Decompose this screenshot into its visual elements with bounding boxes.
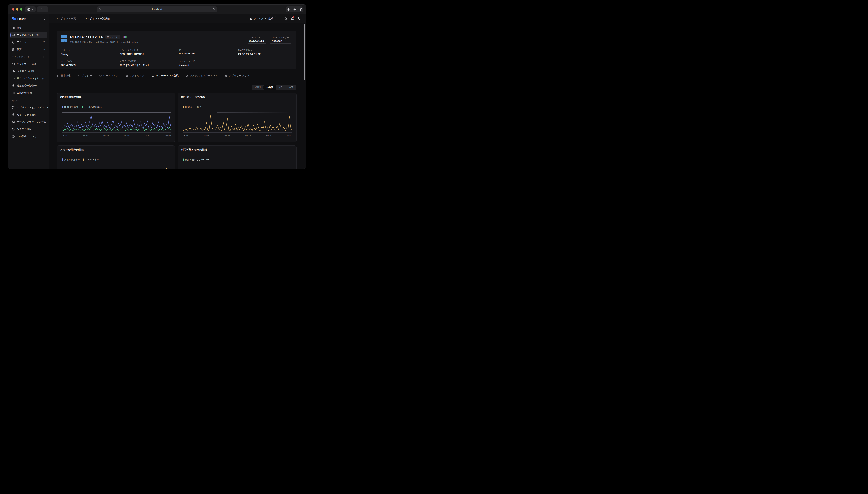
reader-icon[interactable] <box>99 8 102 11</box>
sidebar-item-leak-tracking[interactable]: 情報漏えい追跡 <box>10 68 47 74</box>
document-icon <box>57 74 59 77</box>
new-tab-icon[interactable] <box>293 8 296 11</box>
tab-overview-icon[interactable] <box>299 8 302 11</box>
sidebar-item-transparent-encryption[interactable]: 透過型暗号化/復号 <box>10 83 47 89</box>
range-1h[interactable]: 1時間 <box>252 85 263 90</box>
search-button[interactable] <box>282 15 289 22</box>
sidebar-icon <box>27 8 31 11</box>
page-header: エンドポイント一覧 › エンドポイント一覧詳細 クライアント生成 <box>49 14 306 23</box>
bell-icon <box>12 41 15 44</box>
legend-item[interactable]: カーネル使用率% <box>82 106 101 109</box>
app-box-icon <box>225 74 227 77</box>
info-icon <box>12 135 15 138</box>
sidebar-toggle-button[interactable] <box>25 6 36 13</box>
app-header: Ping64 エンドポイント一覧 › エンドポイント一覧詳細 クライアント生成 <box>8 14 306 23</box>
add-quick-access-icon[interactable] <box>42 56 45 58</box>
legend-item[interactable]: CPU 使用率% <box>62 106 78 109</box>
sidebar-item-endpoints[interactable]: エンドポイント一覧 <box>10 32 47 38</box>
chip-icon <box>99 74 102 77</box>
generate-client-label: クライアント生成 <box>254 17 273 20</box>
sidebar-item-windows-update[interactable]: Windows 更新 <box>10 90 47 96</box>
sidebar-item-objects-templates[interactable]: オブジェクトとテンプレート <box>10 104 47 111</box>
field-login-user: ログインユーザー:Nsecsoft <box>179 60 238 67</box>
app-window-icon <box>12 63 15 66</box>
legend-item[interactable]: コミット率% <box>83 158 99 161</box>
account-button[interactable] <box>295 15 302 22</box>
sidebar-item-approvals[interactable]: 承認 24 <box>10 46 47 53</box>
range-24h[interactable]: 24時間 <box>263 85 276 90</box>
tab-applications[interactable]: アプリケーション <box>225 74 249 80</box>
status-badge: オフライン <box>105 35 120 39</box>
device-info-grid: グループ:Sheng エンドポイント名:DESKTOP-LH1V1FU IP:1… <box>61 49 292 67</box>
line-chart-plot[interactable] <box>183 165 292 169</box>
field-ip: IP:192.168.0.166 <box>179 49 238 56</box>
chart-title: 利用可能メモリの推移 <box>178 146 296 154</box>
legend-item[interactable]: CPU キュー長 个 <box>183 106 202 109</box>
components-icon <box>186 74 188 77</box>
close-window-button[interactable] <box>12 8 14 11</box>
clipboard-check-icon <box>12 48 15 51</box>
tab-performance-monitoring[interactable]: パフォーマンス監視 <box>152 74 179 80</box>
toolbar-right <box>286 6 303 13</box>
sidebar-item-software-assets[interactable]: ソフトウェア資産 <box>10 61 47 67</box>
sidebar-item-removable-storage[interactable]: リムーバブル ストレージ <box>10 75 47 81</box>
line-chart-plot[interactable] <box>62 113 171 133</box>
section-quick-access: クイックアクセス <box>10 56 47 59</box>
org-switcher-icon[interactable] <box>43 17 46 20</box>
brand-name: Ping64 <box>17 17 26 20</box>
chart-legend: メモリ使用率% コミット率% <box>62 157 175 162</box>
chart-card-memory-usage: メモリ使用率の推移 メモリ使用率% コミット率% 09:5711:5602:33… <box>57 145 175 169</box>
tab-hardware[interactable]: ハードウェア <box>99 74 118 80</box>
status-dots <box>122 35 127 39</box>
range-7d[interactable]: 7日 <box>276 85 285 90</box>
browser-window: localhost Ping64 エンドポイント一覧 › エンドポイント一覧詳細 <box>8 4 306 169</box>
windows-icon <box>12 92 15 94</box>
layers-icon <box>12 120 15 124</box>
sidebar-item-about[interactable]: この製品について <box>10 133 47 139</box>
legend-item[interactable]: 使用可能メモリ(MB) MB <box>183 158 209 161</box>
breadcrumb-separator: › <box>78 17 79 20</box>
sidebar-item-security-ops[interactable]: セキュリティ運用 <box>10 112 47 118</box>
range-30d[interactable]: 30日 <box>285 85 296 90</box>
person-icon <box>297 17 300 20</box>
alert-count-badge: 26 <box>42 41 45 43</box>
notifications-button[interactable] <box>289 15 295 22</box>
window-icon <box>125 74 128 77</box>
tab-policy[interactable]: ポリシー <box>78 74 92 80</box>
sidebar-item-alerts[interactable]: アラート 26 <box>10 39 47 45</box>
minimize-window-button[interactable] <box>16 8 18 11</box>
generate-client-button[interactable]: クライアント生成 <box>247 16 276 21</box>
share-icon[interactable] <box>287 8 290 11</box>
brand-zone[interactable]: Ping64 <box>8 14 49 23</box>
legend-item[interactable]: メモリ使用率% <box>62 158 80 161</box>
address-bar[interactable]: localhost <box>97 6 217 12</box>
zoom-window-button[interactable] <box>20 8 22 11</box>
reload-icon[interactable] <box>213 8 215 11</box>
hard-drive-icon <box>12 77 15 80</box>
sidebar-item-overview[interactable]: 概要 <box>10 25 47 31</box>
vertical-scrollbar[interactable] <box>304 24 306 80</box>
chart-title: CPU使用率の推移 <box>57 93 175 101</box>
shield-lock-icon <box>12 84 15 87</box>
tab-system-components[interactable]: システムコンポーネント <box>186 74 218 80</box>
gear-icon <box>12 128 15 131</box>
x-axis-labels: 09:5711:5602:3304:2906:2409:53 <box>183 134 292 136</box>
tab-basic-info[interactable]: 基本情報 <box>57 74 71 80</box>
field-endpoint-name: エンドポイント名:DESKTOP-LH1V1FU <box>119 49 179 56</box>
field-group: グループ:Sheng <box>61 49 119 56</box>
back-icon[interactable] <box>40 8 43 11</box>
breadcrumb-parent[interactable]: エンドポイント一覧 <box>53 17 76 20</box>
header-actions: クライアント生成 <box>247 15 302 22</box>
sidebar-item-open-platform[interactable]: オープンプラットフォーム <box>10 119 47 125</box>
forward-icon[interactable] <box>43 8 46 11</box>
line-chart-plot[interactable] <box>183 113 292 133</box>
ping64-logo-icon <box>12 17 16 21</box>
sidebar-item-system-settings[interactable]: システム設定 <box>10 126 47 132</box>
shield-check-icon <box>12 113 15 116</box>
tab-software[interactable]: ソフトウェア <box>125 74 145 80</box>
chart-title: メモリ使用率の推移 <box>57 146 175 154</box>
chart-card-cpu-queue: CPUキュー長の推移 CPU キュー長 个 09:5711:5602:3304:… <box>178 93 297 142</box>
line-chart-plot[interactable] <box>62 165 171 169</box>
traffic-lights <box>12 8 22 11</box>
approval-count-badge: 24 <box>42 48 45 51</box>
